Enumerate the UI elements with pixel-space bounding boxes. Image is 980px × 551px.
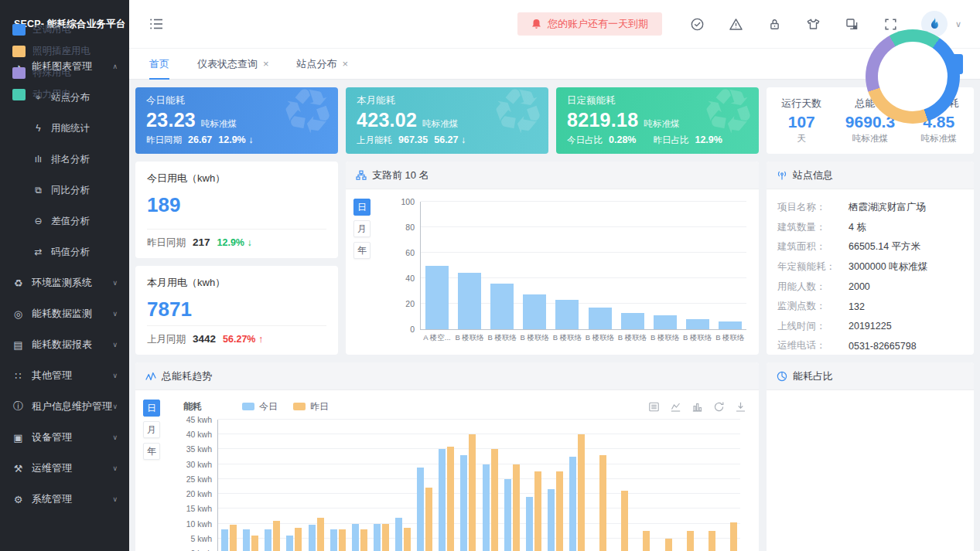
trend-range-tab-日[interactable]: 日 — [143, 400, 160, 417]
trend-range-tab-月[interactable]: 月 — [143, 421, 160, 438]
app-root: SECP- 能耗综合业务平台 ◔能耗图表管理∧⌖站点分布ϟ用能统计ılı排名分析… — [0, 0, 980, 551]
main-area: 您的账户还有一天到期 — [129, 0, 980, 551]
range-tabs: 日月年 — [353, 199, 370, 259]
range-tabs: 日月年 — [143, 400, 160, 460]
bottom-row: 总能耗趋势 日月年 能耗 今日昨日 — [135, 362, 974, 551]
branch-range-tab-年[interactable]: 年 — [353, 242, 370, 259]
energy-ratio-panel: 能耗占比 空调用电照明插座用电特殊用电动力用电 — [767, 362, 974, 551]
branch-range-tab-月[interactable]: 月 — [353, 220, 370, 237]
panel-body: 空调用电照明插座用电特殊用电动力用电 — [767, 362, 974, 551]
dashboard-content: ♻ 今日能耗 23.23 吨标准煤 昨日同期 26.67 12.9% ↓ ♻ 本… — [129, 80, 980, 551]
trend-range-tab-年[interactable]: 年 — [143, 443, 160, 460]
branch-range-tab-日[interactable]: 日 — [353, 199, 370, 216]
